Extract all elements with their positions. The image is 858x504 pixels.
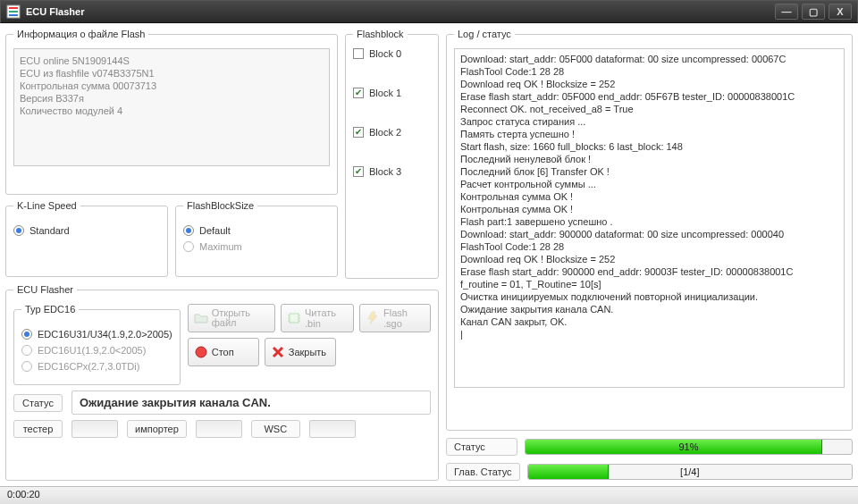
flashblock-1-check[interactable]: Block 1 [353, 88, 431, 98]
log-group: Log / статус Download: start_addr: 05F00… [446, 29, 853, 431]
flashblock-group: Flashblock Block 0 Block 1 Block 2 Block… [345, 29, 439, 279]
log-text[interactable]: Download: start_addr: 05F000 dataformat:… [454, 48, 845, 388]
window-title: ECU Flasher [26, 6, 84, 17]
ecu-opt3-radio[interactable]: EDC16CPx(2.7,3.0TDi) [21, 361, 172, 372]
ecu-opt2-radio[interactable]: EDC16U1(1.9,2.0<2005) [21, 345, 172, 356]
svg-rect-4 [290, 314, 299, 323]
ecu-opt1-radio[interactable]: EDC16U31/U34(1.9,2.0>2005) [21, 329, 172, 340]
flash-icon [366, 311, 380, 325]
ecu-flasher-group: ECU Flasher Typ EDC16 EDC16U31/U34(1.9,2… [5, 284, 439, 481]
wsc-label: WSC [251, 420, 300, 438]
chip-icon [287, 311, 301, 325]
svg-rect-3 [9, 14, 18, 16]
app-icon [6, 4, 21, 19]
progress-main-bar: [1/4] [527, 464, 853, 480]
ecu-status-value: Ожидание закрытия канала CAN. [72, 391, 431, 415]
maximize-button[interactable]: ▢ [802, 4, 825, 20]
folder-icon [194, 311, 208, 325]
flashblock-legend: Flashblock [353, 29, 408, 39]
close-button[interactable]: Закрыть [265, 338, 336, 366]
close-window-button[interactable]: X [829, 4, 852, 20]
ecu-status-label: Статус [13, 394, 63, 412]
progress-status-label: Статус [446, 438, 517, 456]
progress-main-text: [1/4] [528, 465, 852, 479]
wsc-input[interactable] [309, 420, 356, 438]
flash-info-group: Информация о файле Flash ECU online 5N19… [5, 29, 338, 195]
kline-group: K-Line Speed Standard [5, 200, 168, 277]
flashblocksize-group: FlashBlockSize Default Maximum [175, 200, 338, 277]
stop-icon [194, 345, 208, 359]
flashblock-0-check[interactable]: Block 0 [353, 48, 431, 59]
progress-main-label: Глав. Статус [446, 463, 520, 481]
minimize-button[interactable]: — [775, 4, 798, 20]
flashblock-3-check[interactable]: Block 3 [353, 166, 431, 177]
ecu-type-legend: Typ EDC16 [21, 304, 79, 315]
fbsize-legend: FlashBlockSize [183, 200, 257, 211]
flashblock-2-check[interactable]: Block 2 [353, 127, 431, 138]
flash-sgo-button[interactable]: Flash .sgo [359, 304, 431, 332]
open-file-button[interactable]: Открыть файл [188, 304, 275, 332]
kline-standard-radio[interactable]: Standard [13, 225, 160, 236]
flash-info-legend: Информация о файле Flash [13, 29, 148, 39]
svg-rect-1 [9, 7, 18, 9]
timer-text: 0:00:20 [7, 489, 40, 500]
log-legend: Log / статус [454, 29, 515, 39]
titlebar: ECU Flasher — ▢ X [0, 0, 858, 23]
importer-label: импортер [127, 420, 187, 438]
svg-point-5 [196, 347, 206, 357]
flash-info-text: ECU online 5N1909144S ECU из flashfile v… [13, 48, 330, 166]
progress-status-bar: 91% [525, 439, 853, 455]
fbsize-maximum-radio[interactable]: Maximum [183, 241, 330, 252]
tester-input[interactable] [72, 420, 118, 438]
ecu-type-group: Typ EDC16 EDC16U31/U34(1.9,2.0>2005) EDC… [13, 304, 181, 385]
progress-status-text: 91% [526, 440, 852, 454]
importer-input[interactable] [196, 420, 242, 438]
ecu-flasher-legend: ECU Flasher [13, 284, 77, 295]
statusbar: 0:00:20 [0, 486, 858, 504]
close-icon [271, 345, 285, 359]
fbsize-default-radio[interactable]: Default [183, 225, 330, 236]
read-bin-button[interactable]: Читать .bin [281, 304, 354, 332]
kline-legend: K-Line Speed [13, 200, 80, 211]
svg-rect-2 [9, 11, 18, 13]
stop-button[interactable]: Стоп [188, 338, 259, 366]
tester-label: тестер [13, 420, 63, 438]
